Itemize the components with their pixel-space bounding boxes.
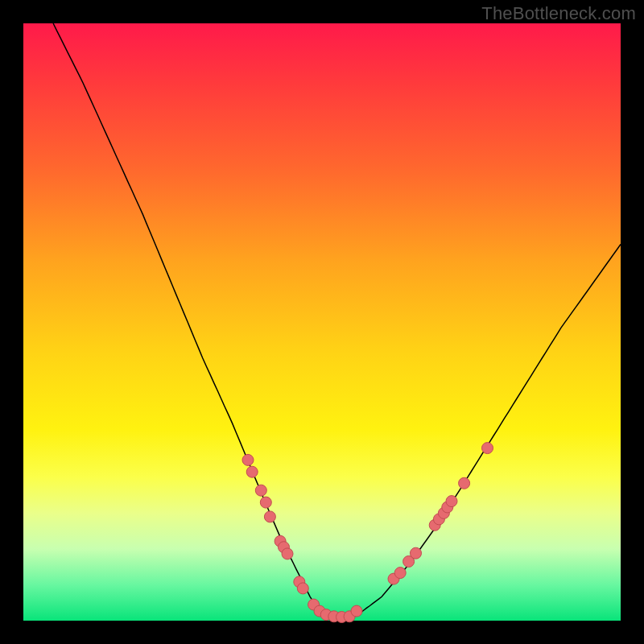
curve-markers xyxy=(242,443,493,623)
curve-marker xyxy=(482,443,493,454)
curve-marker xyxy=(246,466,258,477)
curve-marker xyxy=(242,454,254,465)
chart-frame: TheBottleneck.com xyxy=(0,0,644,644)
curve-marker xyxy=(459,477,470,489)
curve-marker xyxy=(264,511,275,522)
curve-marker xyxy=(351,605,362,617)
curve-marker xyxy=(446,496,457,507)
curve-marker xyxy=(255,485,266,496)
curve-marker xyxy=(260,497,271,508)
chart-plot-area xyxy=(23,23,621,621)
curve-marker xyxy=(394,568,406,579)
curve-marker xyxy=(282,548,293,559)
curve-line xyxy=(53,23,621,621)
chart-svg xyxy=(23,23,621,621)
curve-marker xyxy=(297,583,308,594)
watermark-text: TheBottleneck.com xyxy=(481,3,636,24)
bottleneck-curve xyxy=(53,23,621,621)
curve-marker xyxy=(411,547,422,559)
